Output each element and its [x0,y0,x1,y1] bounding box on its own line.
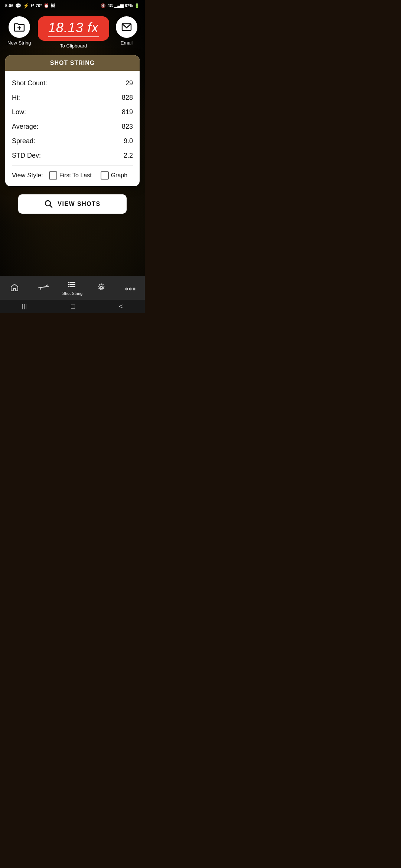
stat-label-std-dev: STD Dev: [12,152,41,160]
battery-icon: 🔋 [134,3,140,8]
stat-value-hi: 828 [122,94,133,102]
graph-checkbox[interactable] [101,171,109,180]
stat-row-hi: Hi: 828 [12,91,133,105]
view-style-row: View Style: First To Last Graph [12,168,133,181]
messenger-icon: ⚡ [23,3,29,9]
svg-point-16 [126,288,128,290]
svg-line-4 [50,206,52,208]
stat-row-spread: Spread: 9.0 [12,134,133,148]
header: New String 18.13 fx To Clipboard Email [0,10,145,52]
shot-string-card: SHOT STRING Shot Count: 29 Hi: 828 Low: … [5,55,140,186]
nav-item-settings[interactable] [87,283,116,293]
email-label: Email [121,40,133,46]
view-style-label: View Style: [12,172,43,179]
signal-type: 4G [107,3,113,8]
nav-item-more[interactable] [116,284,145,292]
new-string-icon-container [9,16,30,38]
status-right: 🔇 4G ▂▄▆ 87% 🔋 [101,3,140,8]
more-icon [125,284,136,292]
speed-value: 18.13 fx [48,20,99,36]
speed-badge[interactable]: 18.13 fx [38,16,109,41]
back-button[interactable]: < [119,303,123,310]
first-to-last-group: First To Last [49,171,92,180]
alarm-icon: ⏰ [44,3,49,8]
nav-item-home[interactable] [0,283,29,293]
signal-bars: ▂▄▆ [114,3,123,8]
stat-row-low: Low: 819 [12,105,133,119]
stat-label-shot-count: Shot Count: [12,79,47,87]
speed-display[interactable]: 18.13 fx To Clipboard [38,16,109,49]
list-icon [68,281,77,290]
new-string-button[interactable]: New String [7,16,31,46]
email-icon [121,23,132,31]
first-to-last-label: First To Last [59,172,92,179]
settings-icon [97,283,106,293]
folder-plus-icon [14,22,25,32]
stat-label-hi: Hi: [12,94,20,102]
temperature: 70° [36,3,42,8]
gallery-icon: 🖼 [51,3,55,8]
svg-point-8 [46,286,48,287]
stat-label-spread: Spread: [12,137,35,145]
card-body: Shot Count: 29 Hi: 828 Low: 819 Average:… [5,71,140,186]
card-title: SHOT STRING [50,60,95,66]
svg-line-7 [40,288,41,290]
message-icon: 💬 [15,3,21,9]
stat-value-average: 823 [122,123,133,131]
first-to-last-checkbox[interactable] [49,171,57,180]
stat-value-low: 819 [122,108,133,116]
home-icon [10,283,19,293]
svg-point-18 [133,288,135,290]
stat-row-shot-count: Shot Count: 29 [12,76,133,91]
recents-button[interactable]: ||| [22,303,27,309]
svg-point-17 [130,288,131,290]
view-shots-label: VIEW SHOTS [58,201,100,207]
bottom-nav: Shot String [0,276,145,300]
email-icon-container [116,16,137,38]
card-divider [12,165,133,165]
graph-label: Graph [111,172,127,179]
clipboard-label: To Clipboard [60,43,87,49]
view-shots-button[interactable]: VIEW SHOTS [18,194,127,214]
stat-row-std-dev: STD Dev: 2.2 [12,148,133,163]
new-string-label: New String [7,40,31,46]
shot-string-nav-label: Shot String [62,291,82,296]
rifle-icon [38,283,49,293]
speed-underline [48,36,99,37]
paypal-icon: P [31,3,34,8]
nav-item-shot-string[interactable]: Shot String [58,281,87,296]
status-left: 5:06 💬 ⚡ P 70° ⏰ 🖼 [5,3,55,9]
stat-value-shot-count: 29 [125,79,133,87]
stat-label-average: Average: [12,123,39,131]
stat-value-spread: 9.0 [124,137,133,145]
status-bar: 5:06 💬 ⚡ P 70° ⏰ 🖼 🔇 4G ▂▄▆ 87% 🔋 [0,0,145,10]
stat-label-low: Low: [12,108,26,116]
status-time: 5:06 [5,3,13,8]
home-button[interactable]: □ [71,303,75,310]
card-header: SHOT STRING [5,55,140,71]
battery-level: 87% [125,3,133,8]
search-icon [44,200,53,208]
nav-item-rifle[interactable] [29,283,58,293]
stat-value-std-dev: 2.2 [124,152,133,160]
mute-icon: 🔇 [101,3,106,8]
graph-group: Graph [101,171,127,180]
stat-row-average: Average: 823 [12,119,133,134]
system-nav: ||| □ < [0,300,145,313]
email-button[interactable]: Email [116,16,137,46]
svg-point-15 [100,286,102,289]
